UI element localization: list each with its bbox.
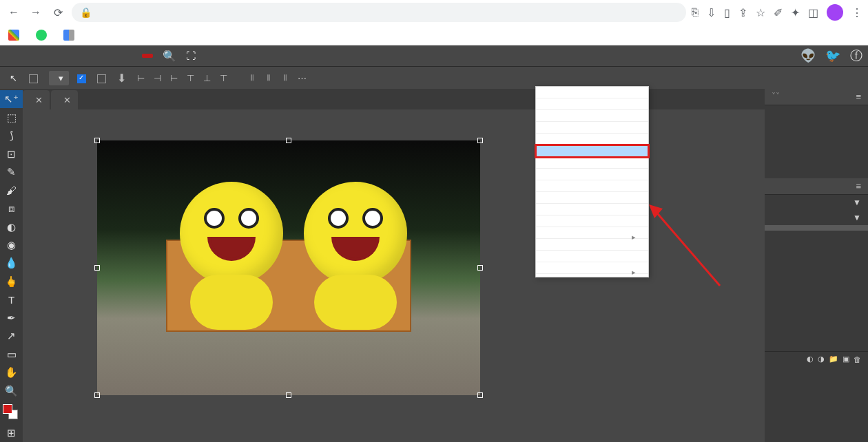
download-icon[interactable]: ⬇ [117, 72, 126, 85]
crop-tool[interactable]: ⊡ [0, 145, 23, 162]
transform-handle[interactable] [477, 138, 483, 143]
menu-select[interactable] [66, 54, 72, 57]
sidepanel-icon[interactable]: ◫ [808, 6, 818, 19]
align-right-icon[interactable]: ⊢ [167, 72, 180, 84]
transform-handle[interactable] [286, 138, 291, 143]
ctx-duplicate-layer[interactable] [536, 110, 648, 122]
bookmark-gmail[interactable] [8, 30, 23, 41]
canvas-viewport[interactable] [23, 109, 765, 442]
fullscreen-icon[interactable]: ⛶ [186, 50, 196, 61]
link-api[interactable] [785, 54, 791, 57]
align-center-h-icon[interactable]: ⊣ [151, 72, 163, 84]
url-bar[interactable]: 🔒 [72, 3, 686, 22]
foreground-color[interactable] [3, 404, 12, 414]
menu-file[interactable] [6, 54, 11, 57]
share-icon[interactable]: ⇪ [738, 6, 747, 19]
move-tool[interactable]: ↖⁺ [0, 90, 23, 108]
fill-row[interactable]: ▼ [765, 210, 868, 225]
extensions-icon[interactable]: ✦ [791, 6, 800, 19]
transform-handle[interactable] [94, 392, 100, 398]
reload-button[interactable]: ⟳ [50, 4, 66, 21]
gradient-tool[interactable]: ◉ [0, 236, 23, 254]
account-button[interactable] [142, 54, 153, 58]
more-options-icon[interactable]: ⋯ [296, 72, 308, 84]
panel-menu-icon[interactable]: ≡ [856, 92, 861, 102]
transform-handle[interactable] [94, 138, 100, 143]
facebook-icon[interactable]: ⓕ [850, 48, 862, 64]
install-icon[interactable]: ⎘ [692, 6, 699, 19]
distribute-v-icon[interactable]: ⫴ [262, 72, 275, 84]
close-icon[interactable]: ✕ [35, 95, 43, 105]
eraser-tool[interactable]: ◐ [0, 218, 23, 235]
ctx-select-pixels[interactable] [536, 98, 648, 110]
panel-tab-layers[interactable]: ≡ [765, 178, 868, 195]
folder-icon[interactable]: 📁 [829, 355, 838, 364]
opacity-row[interactable]: ▼ [765, 195, 868, 210]
transform-handle[interactable] [477, 392, 483, 398]
mask-icon[interactable]: ◐ [807, 355, 814, 364]
transform-handle[interactable] [94, 265, 100, 271]
pen-tool[interactable]: ✒ [0, 309, 23, 327]
star-icon[interactable]: ☆ [756, 6, 765, 19]
document-tab[interactable]: ✕ [23, 90, 50, 109]
rectangle-tool[interactable]: ▭ [0, 346, 23, 364]
ctx-color[interactable] [536, 262, 648, 274]
distribute-spacing-icon[interactable]: ⫴ [279, 72, 291, 84]
back-button[interactable]: ← [6, 4, 22, 21]
path-tool[interactable]: ↗ [0, 327, 23, 345]
bookmark-whatsapp[interactable] [36, 30, 51, 41]
profile-badge[interactable] [827, 4, 843, 21]
ctx-flatten-image[interactable] [536, 251, 648, 262]
transform-controls-checkbox[interactable] [77, 72, 89, 83]
brush-tool[interactable]: 🖌 [0, 181, 23, 199]
twitter-icon[interactable]: 🐦 [825, 48, 840, 63]
link-blog[interactable] [770, 54, 776, 57]
kebab-menu-icon[interactable]: ⋮ [851, 6, 862, 19]
menu-image[interactable] [36, 54, 41, 57]
clone-tool[interactable]: ⧈ [0, 200, 23, 218]
image-with-transform[interactable] [97, 140, 480, 395]
align-middle-icon[interactable]: ⊥ [200, 72, 213, 84]
panel-row[interactable] [765, 105, 868, 111]
menu-view[interactable] [96, 54, 102, 57]
ctx-duplicate-into[interactable] [536, 122, 648, 134]
distribute-h-icon[interactable]: ⫴ [246, 72, 258, 84]
link-learn[interactable] [755, 54, 761, 57]
link-report-bug[interactable] [740, 54, 745, 57]
new-layer-icon[interactable]: ▣ [843, 355, 849, 364]
menu-window[interactable] [112, 54, 117, 57]
panel-menu-icon[interactable]: ≡ [856, 181, 861, 191]
auto-select-checkbox[interactable] [29, 72, 41, 83]
menu-filter[interactable] [81, 54, 87, 57]
ctx-convert-smart-object[interactable] [536, 145, 648, 157]
eyedropper-tool[interactable]: ✎ [0, 163, 23, 181]
menu-layer[interactable] [51, 54, 56, 57]
align-left-icon[interactable]: ⊢ [134, 72, 147, 84]
dodge-tool[interactable]: 🖕 [0, 273, 23, 291]
color-swatch[interactable] [0, 404, 23, 420]
ctx-delete[interactable] [536, 134, 648, 145]
layer-row[interactable] [765, 225, 868, 231]
lasso-tool[interactable]: ⟆ [0, 127, 23, 145]
panel-row[interactable] [765, 111, 868, 116]
adjustment-icon[interactable]: ◑ [818, 355, 825, 364]
panel-tab-top[interactable]: ˅˅ ≡ [765, 89, 868, 105]
marquee-tool[interactable]: ⬚ [0, 108, 23, 126]
ctx-layer-style[interactable] [536, 227, 648, 239]
align-bottom-icon[interactable]: ⊤ [217, 72, 229, 84]
ctx-blending-options[interactable] [536, 87, 648, 98]
link-about[interactable] [725, 54, 730, 57]
search-icon[interactable]: 🔍 [163, 50, 176, 63]
hand-tool[interactable]: ✋ [0, 364, 23, 381]
distances-checkbox[interactable] [97, 72, 109, 83]
menu-more[interactable] [127, 54, 132, 57]
download-icon[interactable]: ⇩ [707, 6, 716, 19]
transform-handle[interactable] [286, 392, 291, 398]
transform-handle[interactable] [477, 265, 483, 271]
type-tool[interactable]: T [0, 291, 23, 308]
forward-button[interactable]: → [28, 4, 44, 21]
quickmask-tool[interactable]: ⊞ [0, 424, 23, 442]
eyedropper-icon[interactable]: ✐ [774, 6, 783, 19]
doc-icon[interactable]: ▯ [724, 6, 730, 19]
align-top-icon[interactable]: ⊤ [184, 72, 196, 84]
